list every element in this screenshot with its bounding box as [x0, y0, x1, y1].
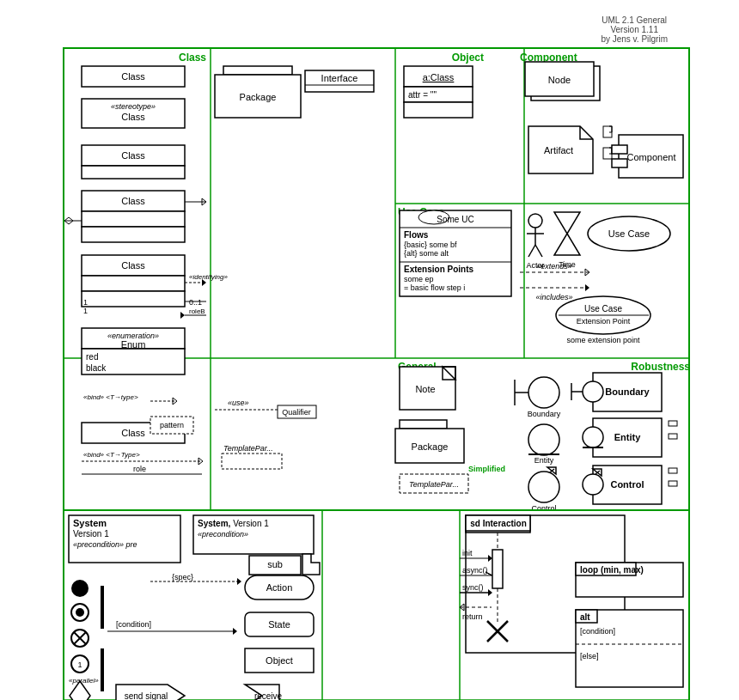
svg-text:«includes»: «includes»	[535, 293, 572, 301]
svg-text:[condition]: [condition]	[116, 620, 151, 629]
svg-rect-149	[669, 421, 677, 426]
svg-text:init: init	[462, 549, 473, 557]
svg-text:a:Class: a:Class	[423, 72, 455, 82]
svg-rect-150	[669, 434, 677, 439]
version-text: Version 1.11	[601, 25, 668, 34]
svg-text:«bind» <T→Type>: «bind» <T→Type>	[83, 451, 140, 459]
svg-marker-47	[180, 312, 185, 319]
svg-text:sub: sub	[267, 559, 283, 569]
svg-text:Class: Class	[121, 428, 145, 438]
svg-line-96	[535, 245, 542, 257]
svg-text:Robustness: Robustness	[631, 361, 690, 373]
svg-text:TemplatePar...: TemplatePar...	[409, 480, 459, 489]
svg-rect-186	[101, 586, 104, 629]
svg-marker-117	[585, 284, 589, 291]
svg-text:receive: receive	[254, 691, 283, 700]
svg-line-95	[528, 245, 535, 257]
svg-text:System: System	[73, 518, 107, 528]
svg-rect-89	[612, 145, 627, 154]
svg-text:«extends»: «extends»	[536, 262, 572, 271]
svg-text:Package: Package	[240, 92, 277, 102]
svg-point-146	[583, 427, 603, 447]
svg-point-133	[528, 377, 559, 408]
svg-text:Flows: Flows	[404, 230, 429, 240]
svg-rect-127	[400, 420, 447, 429]
svg-rect-187	[101, 648, 104, 691]
svg-text:send signal: send signal	[125, 691, 168, 700]
svg-text:Extension Point: Extension Point	[577, 317, 631, 326]
svg-text:1: 1	[77, 660, 82, 669]
svg-text:Entity: Entity	[534, 456, 554, 465]
svg-text:Control: Control	[531, 504, 556, 511]
svg-point-142	[528, 424, 559, 455]
svg-text:1: 1	[83, 298, 88, 307]
bottom-diagram: Activity/State also visit http://jevopis…	[63, 511, 690, 700]
top-info: UML 2.1 General Version 1.11 by Jens v. …	[601, 15, 668, 44]
svg-text:Use Case: Use Case	[608, 228, 650, 239]
svg-point-92	[528, 214, 542, 228]
svg-rect-80	[404, 102, 473, 118]
svg-rect-20	[223, 66, 292, 75]
svg-text:alt: alt	[580, 612, 590, 622]
svg-rect-29	[82, 227, 185, 242]
svg-text:black: black	[86, 363, 107, 373]
svg-point-176	[71, 580, 89, 597]
svg-text:Extension Points: Extension Points	[404, 265, 474, 274]
svg-text:[condition]: [condition]	[580, 627, 615, 636]
svg-text:Use Case: Use Case	[584, 304, 622, 313]
svg-text:System, Version 1: System, Version 1	[198, 519, 269, 528]
svg-text:attr = "": attr = ""	[408, 90, 437, 100]
main-diagram: Class Object Component Use Case General …	[63, 47, 690, 511]
svg-text:Class: Class	[121, 71, 145, 82]
svg-text:Enum: Enum	[121, 339, 146, 350]
title-text: UML 2.1 General	[601, 15, 668, 25]
svg-point-138	[583, 381, 603, 402]
svg-text:some ep: some ep	[404, 275, 434, 283]
svg-text:= basic flow step i: = basic flow step i	[404, 283, 465, 292]
svg-text:{basic} some bf: {basic} some bf	[404, 240, 457, 249]
svg-text:«precondition» pre: «precondition» pre	[73, 540, 137, 549]
svg-marker-98	[554, 212, 580, 255]
svg-text:Qualifier: Qualifier	[282, 408, 311, 417]
svg-text:sd Interaction: sd Interaction	[470, 519, 527, 528]
svg-text:«identifying»: «identifying»	[189, 273, 228, 281]
svg-marker-202	[302, 554, 320, 575]
svg-text:«parallel»: «parallel»	[69, 677, 99, 685]
svg-rect-19	[82, 166, 185, 179]
svg-text:red: red	[86, 352, 98, 362]
svg-text:«use»: «use»	[228, 399, 249, 407]
svg-text:Object: Object	[452, 52, 484, 64]
svg-text:some extension point: some extension point	[566, 336, 640, 344]
svg-text:«bind» <T→type>: «bind» <T→type>	[83, 393, 138, 401]
svg-marker-225	[488, 589, 492, 596]
svg-text:Boundary: Boundary	[528, 410, 561, 418]
svg-text:Boundary: Boundary	[605, 387, 650, 397]
svg-text:Simplified: Simplified	[468, 465, 505, 473]
svg-text:Some UC: Some UC	[437, 215, 473, 224]
svg-text:Class: Class	[121, 150, 145, 161]
svg-text:roleB: roleB	[189, 307, 205, 315]
svg-text:Control: Control	[610, 479, 644, 490]
svg-text:Class: Class	[121, 196, 145, 206]
svg-text:[else]: [else]	[580, 652, 599, 660]
svg-text:Action: Action	[266, 582, 293, 593]
svg-text:«precondition»: «precondition»	[198, 530, 248, 539]
svg-rect-90	[612, 159, 627, 167]
svg-rect-160	[669, 468, 677, 473]
svg-text:Class: Class	[179, 52, 206, 64]
svg-rect-28	[82, 211, 185, 227]
svg-marker-192	[237, 578, 241, 585]
svg-text:pattern: pattern	[160, 421, 184, 429]
svg-rect-37	[82, 291, 185, 307]
svg-point-151	[528, 472, 559, 502]
svg-text:1: 1	[83, 307, 88, 315]
svg-text:«stereotype»: «stereotype»	[111, 102, 156, 111]
svg-text:Entity: Entity	[614, 432, 641, 442]
svg-text:Class: Class	[121, 260, 145, 271]
svg-text:Object: Object	[266, 655, 293, 666]
svg-text:{alt} some alt: {alt} some alt	[404, 249, 449, 258]
page: UML 2.1 General Version 1.11 by Jens v. …	[56, 9, 683, 700]
svg-point-178	[76, 608, 84, 617]
svg-text:role: role	[133, 465, 146, 473]
author-text: by Jens v. Pilgrim	[601, 34, 668, 44]
